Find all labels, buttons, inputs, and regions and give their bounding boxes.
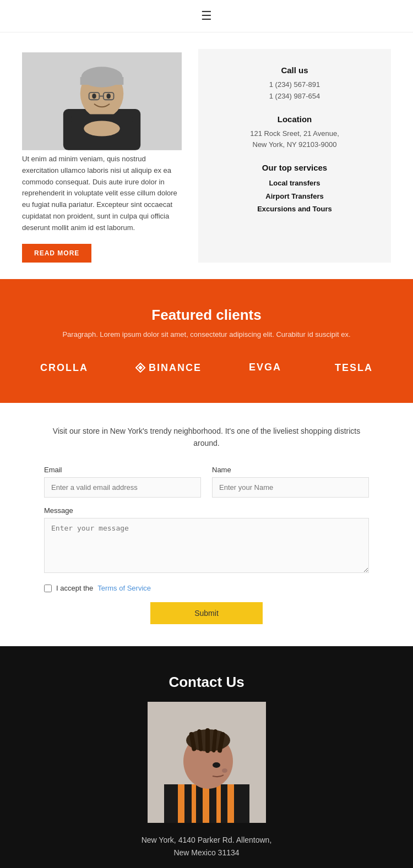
read-more-button[interactable]: READ MORE <box>22 244 91 263</box>
profile-image-svg <box>22 49 182 154</box>
contact-title: Contact Us <box>22 674 391 691</box>
svg-point-32 <box>222 768 227 773</box>
location-section: Location 121 Rock Sreet, 21 Avenue, New … <box>215 114 374 151</box>
call-title: Call us <box>215 65 374 75</box>
email-input[interactable] <box>44 477 201 498</box>
message-label: Message <box>44 506 369 515</box>
name-field-container: Name <box>212 466 369 498</box>
profile-photo <box>22 49 182 154</box>
name-label: Name <box>212 466 369 474</box>
top-section: Ut enim ad minim veniam, quis nostrud ex… <box>0 32 413 279</box>
svg-point-12 <box>84 121 119 137</box>
phone1: 1 (234) 567-891 <box>215 79 374 91</box>
email-label: Email <box>44 466 201 474</box>
services-title: Our top services <box>215 163 374 172</box>
call-section: Call us 1 (234) 567-891 1 (234) 987-654 <box>215 65 374 102</box>
navigation-bar: ☰ <box>0 0 413 32</box>
svg-rect-18 <box>178 784 184 823</box>
phone2: 1 (234) 987-654 <box>215 91 374 102</box>
service-airport-transfers[interactable]: Airport Transfers <box>215 190 374 203</box>
terms-checkbox[interactable] <box>44 585 52 592</box>
logo-crolla: CROLLA <box>40 362 88 374</box>
contact-form-section: Visit our store in New York's trendy nei… <box>0 403 413 647</box>
svg-rect-19 <box>192 784 196 823</box>
store-description: Visit our store in New York's trendy nei… <box>44 425 369 450</box>
message-field-container: Message <box>44 506 369 575</box>
service-local-transfers[interactable]: Local transfers <box>215 177 374 189</box>
contact-photo <box>148 702 266 823</box>
address-line1: 121 Rock Sreet, 21 Avenue, <box>215 128 374 140</box>
logo-binance: BINANCE <box>135 362 202 374</box>
binance-diamond-icon <box>135 363 145 373</box>
svg-point-10 <box>106 94 110 99</box>
terms-row: I accept the Terms of Service <box>44 584 369 592</box>
location-title: Location <box>215 114 374 124</box>
email-field-container: Email <box>44 466 201 498</box>
evga-logo-svg: EVGA <box>249 361 287 373</box>
message-textarea[interactable] <box>44 518 369 573</box>
logo-tesla: TESLA <box>335 362 373 374</box>
svg-rect-21 <box>216 784 221 823</box>
services-section: Our top services Local transfers Airport… <box>215 163 374 215</box>
service-excursions-tours[interactable]: Excursions and Tours <box>215 203 374 215</box>
terms-text: I accept the <box>56 584 93 592</box>
submit-button[interactable]: Submit <box>150 602 263 624</box>
featured-subtitle: Paragraph. Lorem ipsum dolor sit amet, c… <box>22 330 391 339</box>
logos-row: CROLLA BINANCE EVGA TESLA <box>22 361 391 375</box>
contact-footer-section: Contact Us <box>0 646 413 868</box>
email-name-row: Email Name <box>44 466 369 498</box>
logo-evga: EVGA <box>249 361 287 375</box>
address-line2: New York, NY 92103-9000 <box>215 139 374 151</box>
svg-rect-22 <box>227 784 234 823</box>
featured-clients-section: Featured clients Paragraph. Lorem ipsum … <box>0 279 413 403</box>
svg-rect-20 <box>203 784 209 823</box>
svg-text:EVGA: EVGA <box>249 362 281 373</box>
svg-rect-5 <box>80 77 124 85</box>
svg-marker-14 <box>138 365 143 370</box>
svg-point-31 <box>213 762 220 768</box>
left-column: Ut enim ad minim veniam, quis nostrud ex… <box>22 49 182 263</box>
info-panel: Call us 1 (234) 567-891 1 (234) 987-654 … <box>198 49 391 263</box>
featured-title: Featured clients <box>22 307 391 324</box>
contact-person-svg <box>148 702 266 823</box>
svg-rect-28 <box>205 728 210 753</box>
terms-link[interactable]: Terms of Service <box>97 584 151 592</box>
svg-point-9 <box>92 94 96 99</box>
hamburger-icon[interactable]: ☰ <box>201 9 212 23</box>
contact-address: New York, 4140 Parker Rd. Allentown, New… <box>22 834 391 859</box>
name-input[interactable] <box>212 477 369 498</box>
bio-text: Ut enim ad minim veniam, quis nostrud ex… <box>22 154 182 234</box>
